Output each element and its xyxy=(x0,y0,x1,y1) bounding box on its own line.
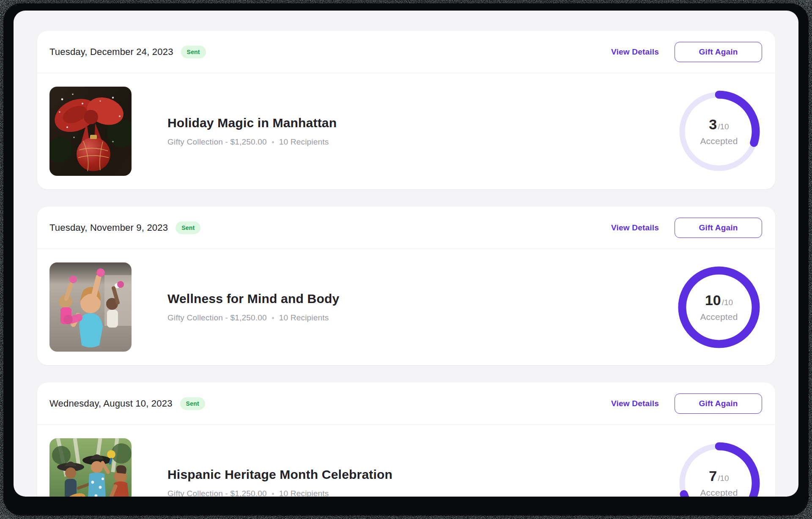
gift-campaign-card: Tuesday, November 9, 2023 Sent View Deta… xyxy=(37,207,775,365)
campaign-info: Wellness for Mind and Body Gifty Collect… xyxy=(167,292,678,322)
accepted-count: 3 xyxy=(709,116,717,133)
ring-label: 7 /10 Accepted xyxy=(678,442,760,497)
gift-campaign-card: Wednesday, August 10, 2023 Sent View Det… xyxy=(37,382,775,497)
accepted-count: 10 xyxy=(705,292,721,309)
campaign-collection-price: Gifty Collection - $1,250.00 xyxy=(167,313,267,322)
gift-again-button[interactable]: Gift Again xyxy=(675,218,762,238)
campaign-collection-price: Gifty Collection - $1,250.00 xyxy=(167,489,267,497)
card-body: Holiday Magic in Manhattan Gifty Collect… xyxy=(37,73,775,189)
campaign-date: Tuesday, November 9, 2023 xyxy=(49,222,168,233)
campaign-recipients: 10 Recipients xyxy=(279,137,329,147)
campaign-image-wellness xyxy=(49,262,132,352)
status-badge: Sent xyxy=(176,221,200,234)
campaign-meta: Gifty Collection - $1,250.00 10 Recipien… xyxy=(167,489,678,497)
status-badge: Sent xyxy=(181,46,206,58)
campaign-meta: Gifty Collection - $1,250.00 10 Recipien… xyxy=(167,313,678,322)
accepted-progress-ring: 3 /10 Accepted xyxy=(678,90,760,172)
campaign-recipients: 10 Recipients xyxy=(279,489,329,497)
card-header: Tuesday, November 9, 2023 Sent View Deta… xyxy=(37,207,775,249)
ring-label: 10 /10 Accepted xyxy=(678,266,760,348)
gift-again-button[interactable]: Gift Again xyxy=(675,42,762,62)
view-details-link[interactable]: View Details xyxy=(611,223,659,232)
gift-campaign-card: Tuesday, December 24, 2023 Sent View Det… xyxy=(37,31,775,189)
accepted-count: 7 xyxy=(709,468,717,484)
campaign-image-heritage xyxy=(49,438,132,497)
view-details-link[interactable]: View Details xyxy=(611,399,659,408)
campaign-title: Hispanic Heritage Month Celebration xyxy=(167,467,678,482)
status-badge: Sent xyxy=(180,397,205,410)
accepted-label: Accepted xyxy=(700,136,738,146)
card-header: Tuesday, December 24, 2023 Sent View Det… xyxy=(37,31,775,73)
card-body: Hispanic Heritage Month Celebration Gift… xyxy=(37,425,775,497)
accepted-label: Accepted xyxy=(700,312,738,322)
campaign-date: Wednesday, August 10, 2023 xyxy=(49,398,173,409)
accepted-progress-ring: 10 /10 Accepted xyxy=(678,266,760,348)
campaign-date: Tuesday, December 24, 2023 xyxy=(49,46,173,57)
separator-dot xyxy=(272,317,274,319)
accepted-progress-ring: 7 /10 Accepted xyxy=(678,442,760,497)
gift-again-button[interactable]: Gift Again xyxy=(675,393,762,414)
ring-label: 3 /10 Accepted xyxy=(678,90,760,172)
separator-dot xyxy=(272,141,274,143)
accepted-total: /10 xyxy=(718,122,729,131)
campaign-info: Hispanic Heritage Month Celebration Gift… xyxy=(167,467,678,497)
card-header: Wednesday, August 10, 2023 Sent View Det… xyxy=(37,382,775,425)
view-details-link[interactable]: View Details xyxy=(611,47,659,57)
campaign-title: Wellness for Mind and Body xyxy=(167,292,678,306)
desktop-background: Tuesday, December 24, 2023 Sent View Det… xyxy=(0,0,812,519)
campaign-meta: Gifty Collection - $1,250.00 10 Recipien… xyxy=(167,137,678,147)
accepted-label: Accepted xyxy=(700,488,738,497)
campaign-info: Holiday Magic in Manhattan Gifty Collect… xyxy=(167,116,678,147)
separator-dot xyxy=(272,493,274,495)
accepted-total: /10 xyxy=(718,474,729,483)
campaign-image-holiday xyxy=(49,87,132,176)
accepted-total: /10 xyxy=(722,298,733,307)
campaign-title: Holiday Magic in Manhattan xyxy=(167,116,678,130)
card-body: Wellness for Mind and Body Gifty Collect… xyxy=(37,249,775,365)
gift-history-page: Tuesday, December 24, 2023 Sent View Det… xyxy=(14,11,798,497)
campaign-recipients: 10 Recipients xyxy=(279,313,329,322)
campaign-collection-price: Gifty Collection - $1,250.00 xyxy=(167,137,267,147)
device-frame: Tuesday, December 24, 2023 Sent View Det… xyxy=(3,3,809,516)
